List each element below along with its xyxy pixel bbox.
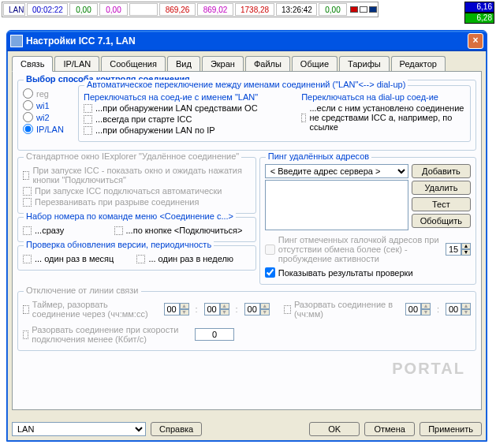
tab-iplan[interactable]: IP/LAN — [54, 56, 99, 71]
group-auto-switch: Автоматическое переключение между именам… — [78, 85, 471, 142]
watermark: PORTAL — [392, 360, 465, 378]
titlebar[interactable]: Настройки ICC 7.1, LAN × — [7, 31, 487, 51]
check-iexp-auto: При запуске ICC подключаться автоматичес… — [23, 186, 251, 196]
tab-editor[interactable]: Редактор — [391, 56, 446, 71]
test-button[interactable]: Тест — [412, 197, 471, 211]
group-disconnect: Отключение от линии связи Таймер, разорв… — [17, 291, 476, 351]
at-mm[interactable]: ▲▼ — [446, 303, 471, 315]
check-dial-ext[interactable]: ...если с ним установлено соединение не … — [301, 103, 465, 132]
delete-button[interactable]: Удалить — [412, 181, 471, 195]
check-lan-start[interactable]: ...всегда при старте ICC — [84, 114, 296, 124]
profile-select[interactable]: LAN — [12, 422, 146, 436]
check-ping-wake: Пинг отмеченных галочкой адресов при отс… — [265, 235, 446, 263]
check-at-disc: Разорвать соединение в (чч:мм) — [284, 300, 399, 319]
check-dial-button[interactable]: ...по кнопке <Подключиться> — [114, 226, 251, 235]
group-update-check: Проверка обновления версии, периодичност… — [17, 245, 256, 271]
check-iexp-wait: При запуске ICC - показать окно и ожидат… — [23, 166, 251, 185]
meter-label: LAN — [3, 3, 25, 16]
radio-iplan[interactable]: IP/LAN — [23, 124, 78, 134]
radio-wi2[interactable]: wi2 — [23, 112, 78, 122]
timer-mm[interactable]: ▲▼ — [204, 303, 229, 315]
ok-button[interactable]: OK — [309, 422, 360, 436]
generalize-button[interactable]: Обобщить — [412, 214, 471, 228]
speed-input[interactable] — [195, 328, 234, 341]
meter-indicators — [349, 6, 378, 13]
radio-wi1[interactable]: wi1 — [23, 100, 78, 110]
radio-reg[interactable]: reg — [23, 88, 78, 99]
timer-hh[interactable]: ▲▼ — [164, 303, 189, 315]
window-title: Настройки ICC 7.1, LAN — [26, 35, 136, 47]
check-lan-ip[interactable]: ...при обнаружении LAN по IP — [84, 125, 296, 135]
at-hh[interactable]: ▲▼ — [405, 303, 431, 315]
tab-files[interactable]: Файлы — [245, 56, 290, 71]
apply-button[interactable]: Применить — [420, 422, 482, 436]
tab-messages[interactable]: Сообщения — [101, 56, 166, 71]
timer-ss[interactable]: ▲▼ — [244, 303, 270, 315]
check-lan-os[interactable]: ...при обнаружении LAN средствами ОС — [84, 103, 296, 113]
cancel-button[interactable]: Отмена — [364, 422, 415, 436]
help-button[interactable]: Справка — [151, 422, 202, 436]
check-iexp-redial: Перезванивать при разрыве соединения — [23, 197, 251, 207]
tabs: Связь IP/LAN Сообщения Вид Экран Файлы О… — [12, 56, 482, 71]
check-speed-disc: Разорвать соединение при скорости подклю… — [23, 325, 188, 344]
tab-view[interactable]: Вид — [167, 56, 200, 71]
tab-general[interactable]: Общие — [292, 56, 338, 71]
group-dial-command: Набор номера по команде меню <Соединение… — [17, 217, 256, 242]
meter-bar: LAN 00:02:22 0,00 0,00 869,26 869,02 173… — [2, 2, 379, 17]
group-ping: Пинг удалённых адресов < Введите адрес с… — [259, 157, 476, 285]
side-badges: 6,16 6,28 — [464, 2, 494, 24]
group-connection-method: Выбор способа контроля соединения reg wi… — [17, 80, 476, 151]
add-button[interactable]: Добавить — [412, 164, 471, 178]
ping-list[interactable] — [265, 180, 408, 230]
close-icon[interactable]: × — [468, 33, 483, 49]
group-iexplorer: Стандартное окно IExplorer "Удалённое со… — [17, 157, 256, 214]
check-timer-disc: Таймер, разорвать соединение через (чч:м… — [23, 300, 158, 319]
ping-server-select[interactable]: < Введите адрес сервера > — [265, 164, 408, 178]
tab-screen[interactable]: Экран — [202, 56, 244, 71]
check-upd-week[interactable]: ... один раз в неделю — [136, 254, 250, 263]
footer: LAN Справка OK Отмена Применить — [12, 422, 482, 436]
check-show-results[interactable]: Показывать результаты проверки — [265, 267, 471, 278]
settings-window: Настройки ICC 7.1, LAN × Связь IP/LAN Со… — [6, 30, 487, 442]
check-upd-month[interactable]: ... один раз в месяц — [23, 254, 136, 263]
check-dial-now[interactable]: ...сразу — [23, 226, 114, 235]
ping-seconds-spinner[interactable]: ▲▼ — [446, 243, 471, 256]
tab-tariffs[interactable]: Тарифы — [339, 56, 390, 71]
app-icon — [10, 35, 23, 47]
tab-connection[interactable]: Связь — [12, 56, 53, 72]
